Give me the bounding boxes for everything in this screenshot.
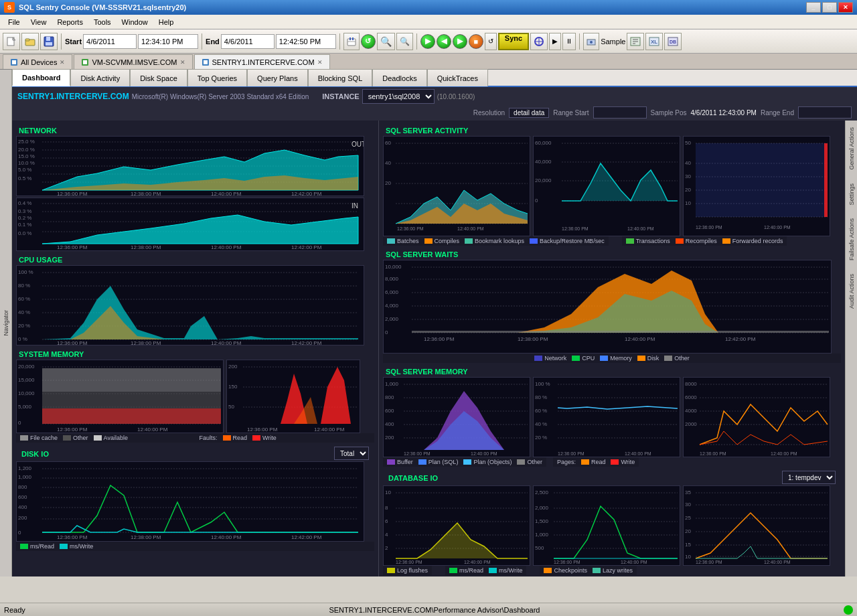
svg-text:1,500: 1,500 — [535, 518, 549, 524]
tab-vm-scvmm[interactable]: VM-SCVMM.IMSVE.COM ✕ — [74, 54, 192, 69]
zoom-out-btn[interactable]: 🔍 — [396, 33, 413, 50]
legend-write-fault: Write — [252, 435, 277, 441]
range-end-input[interactable] — [798, 106, 852, 119]
legend-pages-write: Write — [611, 459, 635, 465]
tab-all-devices-close[interactable]: ✕ — [60, 59, 65, 66]
legend-bookmark-lookups: Bookmark lookups — [465, 238, 524, 244]
export1-btn[interactable] — [627, 33, 644, 50]
minimize-button[interactable]: _ — [806, 2, 821, 13]
refresh-green-btn[interactable]: ↺ — [361, 34, 376, 49]
toolbar-sep4 — [416, 33, 417, 50]
tab-vm-scvmm-label: VM-SCVMM.IMSVE.COM — [92, 58, 177, 66]
menu-tools[interactable]: Tools — [88, 17, 116, 27]
tab-all-devices[interactable]: All Devices ✕ — [3, 54, 72, 69]
instance-select[interactable]: sentry1\sql2008 — [362, 89, 435, 104]
svg-text:500: 500 — [535, 545, 544, 551]
play-btn[interactable]: ▶ — [420, 34, 435, 49]
disk-io-dropdown[interactable]: Total — [334, 447, 369, 460]
end-label: End — [206, 37, 220, 46]
start-date-input[interactable] — [83, 34, 137, 49]
prev-btn[interactable]: ◀ — [437, 34, 451, 49]
toolbar-save-btn[interactable] — [40, 33, 58, 50]
sync-button[interactable]: Sync — [498, 33, 529, 50]
legend-memory-waits: Memory — [600, 355, 632, 362]
menu-help[interactable]: Help — [153, 17, 179, 27]
legend-buffer: Buffer — [387, 459, 413, 465]
svg-text:12:36:00 PM: 12:36:00 PM — [562, 226, 589, 231]
range-start-input[interactable] — [593, 106, 647, 119]
svg-text:12:40:00 PM: 12:40:00 PM — [771, 451, 797, 456]
tab-vm-scvmm-close[interactable]: ✕ — [180, 59, 185, 66]
next-btn[interactable]: ▶ — [453, 34, 467, 49]
menu-file[interactable]: File — [3, 17, 25, 27]
menu-window[interactable]: Window — [116, 17, 153, 27]
tab2-top-queries[interactable]: Top Queries — [187, 69, 247, 86]
svg-text:12:42:00 PM: 12:42:00 PM — [725, 336, 756, 342]
export2-btn[interactable]: XL — [645, 33, 663, 50]
tab2-top-queries-label: Top Queries — [198, 74, 237, 82]
toolbar-sep1 — [61, 33, 62, 50]
window-controls[interactable]: _ □ ✕ — [806, 2, 853, 13]
svg-rect-11 — [352, 37, 354, 40]
svg-text:12:40:00 PM: 12:40:00 PM — [625, 451, 651, 456]
export3-btn[interactable]: DB — [664, 33, 682, 50]
close-button[interactable]: ✕ — [838, 2, 853, 13]
tab2-disk-activity[interactable]: Disk Activity — [70, 69, 130, 86]
refresh-btn[interactable]: ↺ — [485, 33, 497, 50]
calendar-btn[interactable] — [343, 33, 360, 50]
legend-ms-read-dbio: ms/Read — [449, 567, 483, 574]
svg-text:100 %: 100 % — [18, 269, 33, 275]
svg-text:12:42:00 PM: 12:42:00 PM — [291, 191, 322, 196]
svg-text:12:38:00 PM: 12:38:00 PM — [131, 340, 161, 345]
svg-text:0: 0 — [18, 530, 21, 536]
stop-btn[interactable]: ■ — [469, 34, 483, 49]
start-time-input[interactable] — [138, 34, 198, 49]
svg-text:10,000: 10,000 — [18, 390, 35, 396]
svg-text:12:36:00 PM: 12:36:00 PM — [554, 560, 580, 564]
end-time-input[interactable] — [276, 34, 336, 49]
tab2-blocking-sql[interactable]: Blocking SQL — [308, 69, 373, 86]
system-memory-title: SYSTEM MEMORY — [16, 348, 374, 360]
tab2-deadlocks[interactable]: Deadlocks — [372, 69, 426, 86]
maximize-button[interactable]: □ — [822, 2, 837, 13]
sql-activity-chart2: 60,000 40,000 20,000 0 12:36:00 PM — [533, 136, 680, 236]
sql-activity-legends: Batches Compiles Bookmark lookups Backup… — [383, 236, 841, 246]
end-date-input[interactable] — [221, 34, 275, 49]
tab2-disk-space[interactable]: Disk Space — [130, 69, 187, 86]
sql-activity-chart1: 60 40 20 — [383, 136, 530, 236]
svg-text:12:40:00 PM: 12:40:00 PM — [625, 336, 655, 342]
db-io-chart3: 35 30 25 20 15 10 — [683, 485, 830, 566]
svg-marker-197 — [404, 411, 528, 450]
database-io-legends: Log flushes ms/Read ms/Write Checkpoints… — [383, 566, 841, 575]
start-play-btn[interactable]: ▶ — [549, 33, 561, 50]
svg-text:20 %: 20 % — [535, 435, 547, 441]
db-io-legend3: Checkpoints Lazy writes — [540, 566, 637, 575]
svg-rect-97 — [42, 392, 221, 408]
svg-text:2000: 2000 — [685, 421, 697, 427]
db-io-legend2: ms/Read ms/Write — [445, 566, 526, 575]
connect-btn[interactable] — [530, 33, 548, 50]
zoom-in-btn[interactable]: 🔍 — [377, 33, 395, 50]
cpu-title: CPU USAGE — [16, 254, 374, 265]
svg-text:4000: 4000 — [685, 408, 697, 414]
range-start-label: Range Start — [553, 109, 589, 117]
tab2-quicktraces[interactable]: QuickTraces — [427, 69, 488, 86]
svg-text:1,000: 1,000 — [18, 474, 32, 480]
database-io-section: DATABASE IO 1: tempdev 10 8 6 4 2 — [383, 469, 841, 575]
pause-btn[interactable]: ⏸ — [562, 33, 576, 50]
legend-file-cache: File cache — [20, 435, 58, 441]
database-io-dropdown[interactable]: 1: tempdev — [782, 471, 836, 484]
sample-btn[interactable] — [583, 33, 599, 50]
tab-sentry1-close[interactable]: ✕ — [317, 59, 323, 66]
toolbar-new-btn[interactable] — [3, 33, 20, 50]
tab-sentry1[interactable]: SENTRY1.INTERCERVE.COM ✕ — [194, 54, 330, 69]
svg-text:30: 30 — [685, 502, 691, 508]
tab2-disk-activity-label: Disk Activity — [80, 74, 120, 82]
menu-reports[interactable]: Reports — [52, 17, 88, 27]
svg-text:10: 10 — [385, 489, 391, 495]
network-chart-area: 25.0 % 20.0 % 15.0 % 10.0 % 5.0 % 0.5 % — [16, 136, 374, 251]
tab2-dashboard[interactable]: Dashboard — [12, 69, 70, 86]
tab2-query-plans[interactable]: Query Plans — [247, 69, 308, 86]
menu-view[interactable]: View — [25, 17, 52, 27]
toolbar-open-btn[interactable] — [21, 33, 39, 50]
